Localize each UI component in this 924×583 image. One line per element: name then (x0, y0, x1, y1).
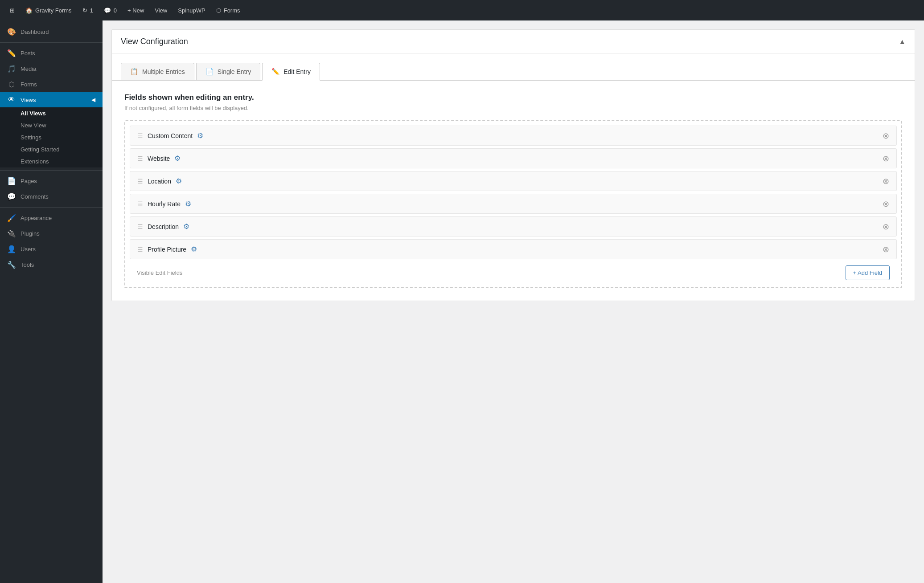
field-row[interactable]: ☰ Description ⚙ ⊗ (130, 216, 897, 236)
views-icon: 👁 (7, 96, 16, 104)
field-remove-button[interactable]: ⊗ (883, 200, 889, 208)
drag-handle: ☰ (137, 132, 143, 139)
field-settings-icon[interactable]: ⚙ (176, 177, 182, 185)
updates-item[interactable]: ↻ 1 (77, 0, 99, 20)
submenu-new-view[interactable]: New View (0, 119, 103, 131)
field-label: ☰ Hourly Rate ⚙ (137, 200, 191, 208)
panel-header: View Configuration ▲ (112, 30, 915, 54)
spinupwp-label: SpinupWP (178, 7, 205, 14)
tools-label: Tools (21, 261, 34, 268)
media-icon: 🎵 (7, 65, 16, 73)
single-entry-icon: 📄 (205, 68, 214, 76)
sidebar-item-posts[interactable]: ✏️ Posts (0, 45, 103, 61)
sidebar-item-users[interactable]: 👤 Users (0, 241, 103, 257)
plugins-icon: 🔌 (7, 229, 16, 238)
field-settings-icon[interactable]: ⚙ (183, 222, 189, 231)
field-settings-icon[interactable]: ⚙ (174, 154, 181, 163)
pages-icon: 📄 (7, 177, 16, 185)
drag-handle: ☰ (137, 223, 143, 230)
sidebar-item-comments[interactable]: 💬 Comments (0, 189, 103, 204)
add-field-button[interactable]: + Add Field (846, 265, 890, 280)
edit-entry-icon: ✏️ (271, 68, 280, 76)
spinupwp-item[interactable]: SpinupWP (172, 0, 210, 20)
fields-footer: Visible Edit Fields + Add Field (130, 259, 897, 283)
wp-icon: ⊞ (10, 7, 15, 14)
updates-count: 1 (90, 7, 93, 14)
field-label: ☰ Location ⚙ (137, 177, 182, 185)
tab-edit-entry-label: Edit Entry (283, 68, 311, 75)
site-name-item[interactable]: 🏠 Gravity Forms (20, 0, 77, 20)
forms-item[interactable]: ⬡ Forms (211, 0, 246, 20)
field-label: ☰ Custom Content ⚙ (137, 131, 203, 140)
tab-edit-entry[interactable]: ✏️ Edit Entry (262, 63, 320, 81)
submenu-getting-started[interactable]: Getting Started (0, 143, 103, 155)
visible-edit-fields-label: Visible Edit Fields (137, 269, 182, 276)
site-name-label: Gravity Forms (35, 7, 72, 14)
sidebar-item-dashboard[interactable]: 🎨 Dashboard (0, 24, 103, 40)
media-label: Media (21, 65, 36, 72)
fields-heading: Fields shown when editing an entry. (124, 93, 902, 102)
field-remove-button[interactable]: ⊗ (883, 223, 889, 231)
view-item[interactable]: View (149, 0, 172, 20)
field-label: ☰ Website ⚙ (137, 154, 181, 163)
sidebar-item-plugins[interactable]: 🔌 Plugins (0, 226, 103, 241)
updates-icon: ↻ (82, 7, 87, 14)
field-row[interactable]: ☰ Location ⚙ ⊗ (130, 171, 897, 191)
sidebar-item-views[interactable]: 👁 Views ◀ (0, 92, 103, 107)
users-label: Users (21, 246, 36, 253)
comments-icon: 💬 (104, 7, 111, 14)
field-settings-icon[interactable]: ⚙ (185, 200, 191, 208)
dashboard-label: Dashboard (21, 29, 49, 35)
panel-title: View Configuration (121, 37, 188, 46)
comments-count: 0 (114, 7, 117, 14)
appearance-icon: 🖌️ (7, 214, 16, 222)
fields-subheading: If not configured, all form fields will … (124, 105, 902, 111)
sidebar-item-forms[interactable]: ⬡ Forms (0, 77, 103, 92)
field-remove-button[interactable]: ⊗ (883, 245, 889, 253)
tab-single-entry[interactable]: 📄 Single Entry (196, 63, 260, 80)
panel-collapse-button[interactable]: ▲ (899, 38, 906, 46)
home-icon: 🏠 (25, 7, 33, 14)
sidebar: 🎨 Dashboard ✏️ Posts 🎵 Media ⬡ Forms 👁 V… (0, 20, 103, 583)
comments-sidebar-label: Comments (21, 193, 49, 200)
tab-multiple-entries-label: Multiple Entries (142, 68, 185, 75)
sidebar-item-pages[interactable]: 📄 Pages (0, 173, 103, 189)
dashboard-icon: 🎨 (7, 28, 16, 36)
field-remove-button[interactable]: ⊗ (883, 132, 889, 140)
submenu-settings[interactable]: Settings (0, 131, 103, 143)
drag-handle: ☰ (137, 200, 143, 208)
field-row[interactable]: ☰ Hourly Rate ⚙ ⊗ (130, 194, 897, 214)
field-settings-icon[interactable]: ⚙ (197, 131, 203, 140)
field-settings-icon[interactable]: ⚙ (191, 245, 197, 253)
field-label: ☰ Profile Picture ⚙ (137, 245, 197, 253)
multiple-entries-icon: 📋 (130, 68, 139, 76)
field-row[interactable]: ☰ Profile Picture ⚙ ⊗ (130, 239, 897, 259)
views-label: Views (21, 97, 36, 103)
view-tabs: 📋 Multiple Entries 📄 Single Entry ✏️ Edi… (112, 54, 915, 81)
forms-label: Forms (224, 7, 240, 14)
field-label: ☰ Description ⚙ (137, 222, 189, 231)
pages-label: Pages (21, 178, 37, 184)
sidebar-item-tools[interactable]: 🔧 Tools (0, 257, 103, 273)
posts-icon: ✏️ (7, 49, 16, 57)
field-row[interactable]: ☰ Website ⚙ ⊗ (130, 148, 897, 168)
submenu-all-views[interactable]: All Views (0, 107, 103, 119)
new-label: + New (127, 7, 144, 14)
field-remove-button[interactable]: ⊗ (883, 155, 889, 163)
sidebar-item-appearance[interactable]: 🖌️ Appearance (0, 210, 103, 226)
field-remove-button[interactable]: ⊗ (883, 177, 889, 185)
tab-content-edit-entry: Fields shown when editing an entry. If n… (112, 81, 915, 301)
forms-sidebar-label: Forms (21, 81, 37, 88)
main-content: View Configuration ▲ 📋 Multiple Entries … (103, 20, 924, 583)
sidebar-item-media[interactable]: 🎵 Media (0, 61, 103, 77)
tab-multiple-entries[interactable]: 📋 Multiple Entries (121, 63, 194, 80)
view-configuration-panel: View Configuration ▲ 📋 Multiple Entries … (111, 29, 915, 301)
new-item[interactable]: + New (122, 0, 149, 20)
wp-logo[interactable]: ⊞ (4, 0, 20, 20)
drag-handle: ☰ (137, 155, 143, 162)
drag-handle: ☰ (137, 246, 143, 253)
comments-item[interactable]: 💬 0 (99, 0, 122, 20)
field-row[interactable]: ☰ Custom Content ⚙ ⊗ (130, 126, 897, 146)
submenu-extensions[interactable]: Extensions (0, 155, 103, 167)
view-label: View (155, 7, 167, 14)
